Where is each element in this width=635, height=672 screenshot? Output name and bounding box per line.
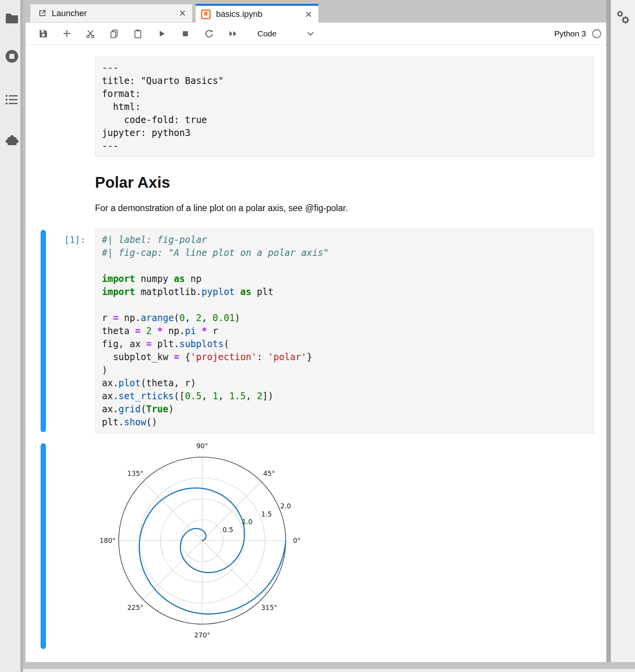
run-cell-button[interactable] xyxy=(155,26,169,42)
cell-type-value: Code xyxy=(257,29,277,38)
polar-plot-output: 0°45°90°135°180°225°270°315°0.51.01.52.0 xyxy=(96,438,318,651)
file-browser-tab[interactable] xyxy=(4,11,20,26)
svg-text:1.5: 1.5 xyxy=(261,510,272,518)
save-icon xyxy=(38,29,48,38)
notebook-icon xyxy=(201,9,211,20)
notebook-content: ---title: "Quarto Basics"format: html: c… xyxy=(26,57,606,656)
tab-label: Launcher xyxy=(52,8,87,18)
heading-polar-axis: Polar Axis xyxy=(95,174,606,191)
kernel-status-icon xyxy=(592,29,602,39)
restart-run-all-button[interactable] xyxy=(226,26,240,42)
running-sessions-tab[interactable] xyxy=(4,49,20,64)
svg-text:180°: 180° xyxy=(100,537,116,544)
folder-icon xyxy=(5,12,19,25)
save-button[interactable] xyxy=(36,26,50,42)
svg-text:135°: 135° xyxy=(127,470,143,477)
main-dock-panel: Launcher basics.ipynb xyxy=(26,0,606,662)
cell-type-dropdown[interactable]: Code xyxy=(255,28,316,40)
tab-bar: Launcher basics.ipynb xyxy=(26,0,606,23)
paste-cells-button[interactable] xyxy=(131,26,145,42)
svg-text:90°: 90° xyxy=(196,442,208,450)
add-cell-button[interactable] xyxy=(60,26,74,42)
gears-icon xyxy=(615,9,631,25)
copy-icon xyxy=(109,29,119,39)
code-cell[interactable]: [1]: #| label: fig-polar#| fig-cap: "A l… xyxy=(26,229,606,433)
svg-text:0°: 0° xyxy=(293,537,301,544)
svg-text:1.0: 1.0 xyxy=(242,518,252,526)
restart-kernel-button[interactable] xyxy=(202,26,216,42)
interrupt-kernel-button[interactable] xyxy=(178,26,192,42)
copy-cells-button[interactable] xyxy=(107,26,121,42)
raw-cell-content[interactable]: ---title: "Quarto Basics"format: html: c… xyxy=(95,57,594,157)
kernel-indicator[interactable]: Python 3 xyxy=(554,29,602,39)
input-collapser[interactable] xyxy=(41,230,46,432)
run-icon xyxy=(157,29,166,38)
svg-text:225°: 225° xyxy=(127,604,143,611)
kernel-name: Python 3 xyxy=(554,29,586,38)
restart-icon xyxy=(204,29,214,39)
list-icon xyxy=(5,93,19,106)
output-collapser[interactable] xyxy=(41,443,46,649)
property-inspector-tab[interactable] xyxy=(615,9,631,27)
extension-manager-tab[interactable] xyxy=(4,132,20,148)
raw-cell[interactable]: ---title: "Quarto Basics"format: html: c… xyxy=(26,57,606,157)
left-activity-bar xyxy=(0,0,23,672)
svg-text:45°: 45° xyxy=(263,470,275,477)
markdown-paragraph: For a demonstration of a line plot on a … xyxy=(95,203,606,213)
puzzle-icon xyxy=(4,132,20,148)
launcher-icon xyxy=(38,9,47,18)
notebook-toolbar: Code Python 3 xyxy=(26,23,606,45)
tab-basics-ipynb[interactable]: basics.ipynb xyxy=(195,4,319,23)
stop-icon xyxy=(181,29,190,38)
svg-text:0.5: 0.5 xyxy=(223,526,233,534)
table-of-contents-tab[interactable] xyxy=(4,92,20,107)
svg-text:315°: 315° xyxy=(261,604,277,611)
markdown-cell[interactable]: Polar Axis For a demonstration of a line… xyxy=(26,174,606,213)
output-area: 0°45°90°135°180°225°270°315°0.51.01.52.0 xyxy=(26,438,606,656)
svg-text:2.0: 2.0 xyxy=(280,502,291,510)
plus-icon xyxy=(62,29,72,38)
clipboard-icon xyxy=(133,29,143,39)
panel-divider[interactable] xyxy=(606,0,611,662)
tab-label: basics.ipynb xyxy=(216,9,262,19)
execution-count: [1]: xyxy=(64,233,85,246)
fast-forward-icon xyxy=(228,29,238,38)
scissors-icon xyxy=(85,29,95,39)
right-sidebar xyxy=(611,0,635,662)
svg-text:270°: 270° xyxy=(194,631,210,639)
chevron-down-icon xyxy=(307,31,314,36)
close-icon[interactable] xyxy=(305,11,312,18)
tab-launcher[interactable]: Launcher xyxy=(30,4,193,23)
status-bar xyxy=(23,669,635,672)
close-icon[interactable] xyxy=(179,10,186,17)
stop-circle-icon xyxy=(5,49,19,64)
code-editor[interactable]: #| label: fig-polar#| fig-cap: "A line p… xyxy=(95,229,594,433)
cut-cells-button[interactable] xyxy=(83,26,97,42)
